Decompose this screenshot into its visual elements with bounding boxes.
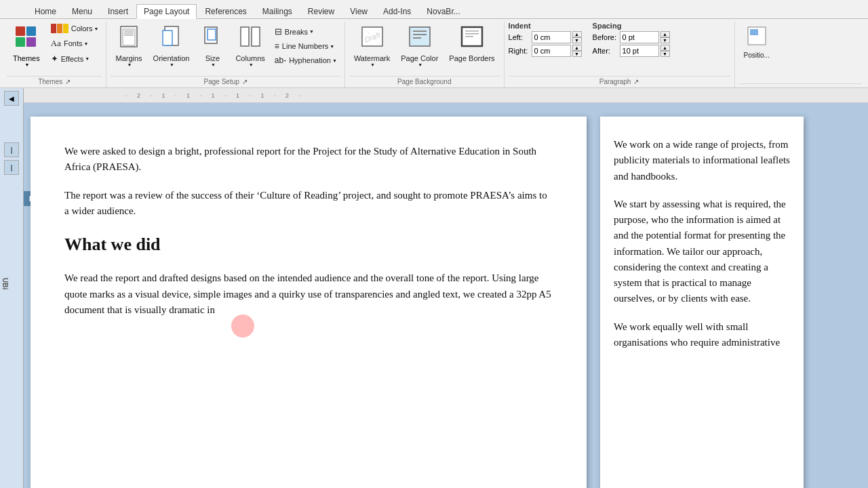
themes-label: Themes: [13, 54, 40, 62]
tab-page-layout[interactable]: Page Layout: [136, 4, 197, 19]
effects-dropdown-arrow: ▼: [85, 56, 90, 61]
tab-menu[interactable]: Menu: [64, 4, 100, 18]
breaks-icon: ⊟: [275, 26, 282, 37]
tab-addins[interactable]: Add-Ins: [376, 4, 418, 18]
tab-mailings[interactable]: Mailings: [255, 4, 300, 18]
tab-insert[interactable]: Insert: [100, 4, 136, 18]
themes-button[interactable]: Themes ▼: [7, 22, 46, 70]
svg-rect-11: [124, 35, 134, 36]
indent-right-up[interactable]: ▲: [572, 45, 582, 51]
line-numbers-dropdown-arrow: ▼: [330, 44, 334, 49]
position-icon: [746, 25, 768, 50]
indent-right-spinners: ▲ ▼: [572, 45, 582, 57]
hyphenation-button[interactable]: ab- Hyphenation ▼: [271, 54, 340, 67]
page-borders-icon: [460, 25, 484, 53]
size-button[interactable]: Size ▼: [195, 22, 229, 70]
svg-rect-1: [26, 26, 36, 36]
page-background-group-label: Page Background: [349, 76, 500, 87]
svg-rect-17: [252, 27, 260, 46]
hyphenation-dropdown-arrow: ▼: [332, 58, 337, 63]
indent-left-up[interactable]: ▲: [572, 31, 582, 37]
svg-rect-24: [413, 37, 421, 39]
indent-right-down[interactable]: ▼: [572, 51, 582, 57]
page-2-content: We work on a wide range of projects, fro…: [614, 137, 790, 350]
page-setup-stack: ⊟ Breaks ▼ ≡ Line Numbers ▼ ab- Hyphenat…: [271, 22, 340, 67]
effects-button[interactable]: ✦ Effects ▼: [47, 52, 102, 66]
margins-icon: [118, 25, 140, 53]
paragraph-expand-icon[interactable]: ↗: [633, 78, 639, 85]
page1-paragraph1: We were asked to design a bright, profes…: [64, 144, 553, 176]
indent-label: Indent: [509, 22, 582, 30]
canvas-area: · 2 · 1 · 1 · 1 · 1 · 1 · 2 · We were as…: [24, 88, 868, 488]
themes-group-items: Themes ▼ Colors ▼ Aa: [7, 22, 102, 75]
orientation-button[interactable]: Orientation ▼: [149, 22, 195, 70]
indent-left-label: Left:: [509, 33, 530, 41]
svg-rect-10: [124, 33, 134, 34]
sidebar-icon-2[interactable]: |: [4, 142, 19, 157]
margins-button[interactable]: Margins ▼: [111, 22, 146, 70]
tab-novabr[interactable]: NovaBr...: [419, 4, 467, 18]
svg-rect-3: [26, 37, 36, 47]
svg-rect-30: [750, 29, 758, 35]
spacing-after-down[interactable]: ▼: [660, 51, 670, 57]
svg-rect-9: [124, 30, 134, 32]
ruler: · 2 · 1 · 1 · 1 · 1 · 1 · 2 ·: [24, 88, 868, 103]
tab-view[interactable]: View: [342, 4, 375, 18]
sidebar-icon-1[interactable]: ◀: [4, 91, 19, 106]
tab-home[interactable]: Home: [27, 4, 64, 18]
position-label: Positio...: [744, 52, 770, 59]
svg-rect-22: [413, 30, 427, 32]
spacing-before-input[interactable]: [620, 31, 659, 43]
columns-button[interactable]: Columns ▼: [231, 22, 269, 70]
spacing-before-up[interactable]: ▲: [660, 31, 670, 37]
page1-paragraph3: We read the report and drafted designs b…: [64, 270, 553, 318]
spacing-before-spinners: ▲ ▼: [660, 31, 670, 43]
page2-paragraph3: We work equally well with small organisa…: [614, 319, 790, 351]
tab-review[interactable]: Review: [300, 4, 342, 18]
sidebar-icon-3[interactable]: |: [4, 160, 19, 175]
spacing-after-label: After:: [593, 47, 618, 55]
page1-heading: What we did: [64, 231, 553, 258]
line-numbers-button[interactable]: ≡ Line Numbers ▼: [271, 39, 340, 53]
spacing-before-label: Before:: [593, 33, 618, 41]
ruler-marks: · 2 · 1 · 1 · 1 · 1 · 1 · 2 ·: [125, 92, 304, 99]
page-color-dropdown-arrow: ▼: [418, 62, 422, 67]
spacing-after-input[interactable]: [620, 45, 659, 57]
svg-rect-27: [465, 33, 479, 35]
page-background-group: Draft Watermark ▼: [345, 22, 505, 87]
main-area: L ◀ | | UBi · 2 · 1 · 1 · 1 · 1 · 1 · 2 …: [0, 88, 868, 488]
themes-group-label: Themes ↗: [7, 76, 102, 87]
themes-dropdown-arrow: ▼: [24, 62, 29, 67]
colors-dropdown-arrow: ▼: [94, 26, 99, 31]
spacing-after-up[interactable]: ▲: [660, 45, 670, 51]
colors-icon: [51, 24, 68, 33]
ubi-label: UBi: [1, 278, 9, 289]
orientation-icon: [161, 25, 182, 53]
indent-left-input[interactable]: [532, 31, 571, 43]
line-numbers-icon: ≡: [275, 41, 279, 51]
ribbon-main-content: Themes ▼ Colors ▼ Aa: [0, 19, 868, 87]
themes-expand-icon[interactable]: ↗: [65, 78, 71, 85]
cursor-dot: [231, 314, 254, 338]
fonts-button[interactable]: Aa Fonts ▼: [47, 36, 102, 51]
page-borders-button[interactable]: Page Borders: [444, 22, 499, 66]
svg-rect-2: [16, 37, 25, 47]
indent-right-input[interactable]: [532, 45, 571, 57]
colors-button[interactable]: Colors ▼: [47, 22, 102, 35]
ribbon: Home Menu Insert Page Layout References …: [0, 0, 868, 88]
ribbon-tab-bar: Home Menu Insert Page Layout References …: [0, 0, 868, 19]
columns-icon: [239, 25, 261, 53]
page-setup-expand-icon[interactable]: ↗: [242, 78, 248, 85]
tab-references[interactable]: References: [197, 4, 254, 18]
indent-left-row: Left: ▲ ▼: [509, 31, 582, 43]
breaks-button[interactable]: ⊟ Breaks ▼: [271, 24, 340, 39]
indent-right-row: Right: ▲ ▼: [509, 45, 582, 57]
position-button[interactable]: Positio...: [739, 22, 774, 62]
indent-col: Indent Left: ▲ ▼ Right: ▲: [509, 22, 582, 57]
watermark-button[interactable]: Draft Watermark ▼: [349, 22, 395, 70]
indent-left-down[interactable]: ▼: [572, 37, 582, 43]
themes-sub-buttons: Colors ▼ Aa Fonts ▼ ✦ Effects ▼: [47, 22, 102, 66]
page-color-button[interactable]: Page Color ▼: [396, 22, 443, 70]
fonts-icon: Aa: [51, 38, 61, 49]
spacing-before-down[interactable]: ▼: [660, 37, 670, 43]
